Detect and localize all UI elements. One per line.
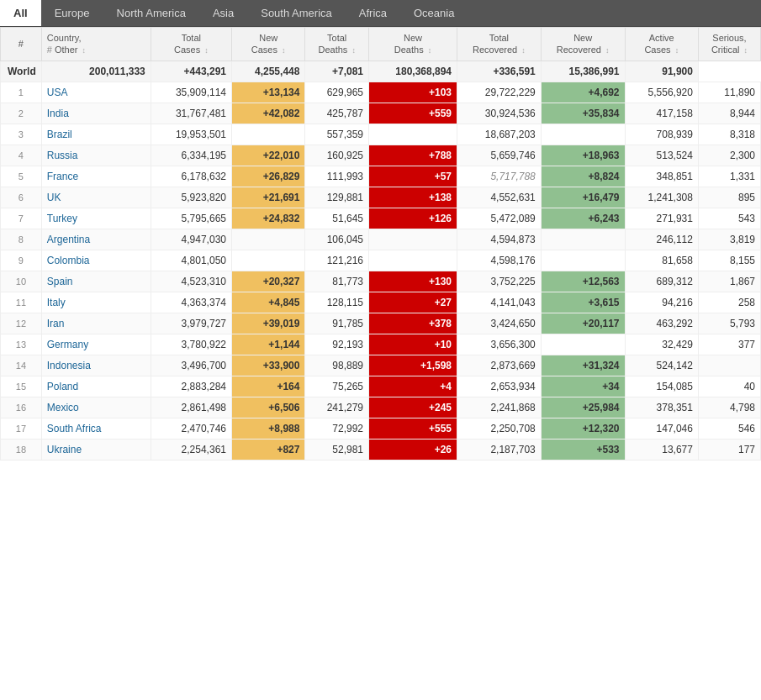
world-row: World 200,011,333 +443,291 4,255,448 +7,… [1,61,761,82]
total-recovered-cell: 30,924,536 [457,103,542,124]
country-cell: UK [41,187,151,208]
country-link[interactable]: South Africa [47,423,102,434]
serious-cell: 11,890 [698,82,760,103]
serious-cell: 1,331 [698,166,760,187]
tab-asia[interactable]: Asia [199,0,247,26]
country-cell: Spain [41,271,151,292]
active-cases-cell: 81,658 [625,250,698,271]
header-country: Country,# Other ↕ [41,28,151,61]
header-total-recovered[interactable]: TotalRecovered ↕ [457,28,542,61]
rank-cell: 10 [1,271,42,292]
serious-cell: 8,944 [698,103,760,124]
tab-africa[interactable]: Africa [346,0,400,26]
new-cases-cell: +39,019 [231,313,304,334]
table-row: 3 Brazil 19,953,501 557,359 18,687,203 7… [1,124,761,145]
table-header-row: # Country,# Other ↕ TotalCases ↕ NewCase… [1,28,761,61]
table-row: 17 South Africa 2,470,746 +8,988 72,992 … [1,418,761,439]
country-cell: Ukraine [41,439,151,460]
header-serious[interactable]: Serious,Critical ↕ [698,28,760,61]
total-cases-cell: 6,334,195 [151,145,231,166]
new-deaths-cell: +378 [369,313,457,334]
country-link[interactable]: Poland [47,381,78,392]
total-cases-cell: 19,953,501 [151,124,231,145]
rank-cell: 6 [1,187,42,208]
new-cases-cell: +1,144 [231,334,304,355]
country-cell: Russia [41,145,151,166]
new-recovered-cell: +34 [541,376,625,397]
new-recovered-cell: +6,243 [541,208,625,229]
serious-cell: 543 [698,208,760,229]
country-cell: Indonesia [41,355,151,376]
tab-oceania[interactable]: Oceania [400,0,468,26]
new-recovered-cell: +8,824 [541,166,625,187]
total-recovered-cell: 5,659,746 [457,145,542,166]
country-cell: USA [41,82,151,103]
new-cases-cell: +6,506 [231,397,304,418]
country-link[interactable]: UK [47,192,61,203]
country-link[interactable]: Indonesia [47,360,91,371]
total-recovered-cell: 3,424,650 [457,313,542,334]
header-new-recovered[interactable]: NewRecovered ↕ [541,28,625,61]
table-row: 7 Turkey 5,795,665 +24,832 51,645 +126 5… [1,208,761,229]
total-recovered-cell: 3,752,225 [457,271,542,292]
header-new-deaths[interactable]: NewDeaths ↕ [369,28,457,61]
country-link[interactable]: Russia [47,150,78,161]
new-recovered-cell [541,250,625,271]
country-cell: Brazil [41,124,151,145]
tab-europe[interactable]: Europe [41,0,103,26]
total-cases-cell: 4,363,374 [151,292,231,313]
country-link[interactable]: Italy [47,297,66,308]
table-row: 18 Ukraine 2,254,361 +827 52,981 +26 2,1… [1,439,761,460]
country-link[interactable]: Turkey [47,213,77,224]
active-cases-cell: 94,216 [625,292,698,313]
new-deaths-cell: +4 [369,376,457,397]
rank-cell: 1 [1,82,42,103]
rank-cell: 4 [1,145,42,166]
header-total-cases[interactable]: TotalCases ↕ [151,28,231,61]
header-active-cases[interactable]: ActiveCases ↕ [625,28,698,61]
table-row: 13 Germany 3,780,922 +1,144 92,193 +10 3… [1,334,761,355]
rank-cell: 9 [1,250,42,271]
rank-cell: 16 [1,397,42,418]
country-link[interactable]: Germany [47,339,88,350]
total-cases-cell: 3,780,922 [151,334,231,355]
tabs-bar: AllEuropeNorth AmericaAsiaSouth AmericaA… [0,0,761,27]
active-cases-cell: 5,556,920 [625,82,698,103]
country-link[interactable]: Brazil [47,129,72,140]
country-link[interactable]: USA [47,87,68,98]
new-cases-cell: +24,832 [231,208,304,229]
rank-cell: 5 [1,166,42,187]
rank-cell: 8 [1,229,42,250]
total-deaths-cell: 72,992 [305,418,369,439]
new-deaths-cell: +138 [369,187,457,208]
total-deaths-cell: 52,981 [305,439,369,460]
active-cases-cell: 463,292 [625,313,698,334]
new-deaths-cell: +788 [369,145,457,166]
header-total-deaths[interactable]: TotalDeaths ↕ [305,28,369,61]
country-link[interactable]: France [47,171,78,182]
country-link[interactable]: Ukraine [47,444,82,455]
total-deaths-cell: 425,787 [305,103,369,124]
country-cell: Iran [41,313,151,334]
tab-north-america[interactable]: North America [103,0,199,26]
total-recovered-cell: 3,656,300 [457,334,542,355]
new-cases-cell: +827 [231,439,304,460]
tab-south-america[interactable]: South America [247,0,346,26]
total-cases-cell: 5,923,820 [151,187,231,208]
tab-all[interactable]: All [0,0,41,26]
total-recovered-cell: 180,368,894 [369,61,457,82]
country-link[interactable]: Argentina [47,234,90,245]
country-link[interactable]: Spain [47,276,73,287]
new-cases-cell: +164 [231,376,304,397]
header-new-cases[interactable]: NewCases ↕ [231,28,304,61]
country-link[interactable]: India [47,108,69,119]
country-cell: World [1,61,42,82]
active-cases-cell: 13,677 [625,439,698,460]
table-row: 2 India 31,767,481 +42,082 425,787 +559 … [1,103,761,124]
country-link[interactable]: Iran [47,318,65,329]
country-link[interactable]: Colombia [47,255,90,266]
rank-cell: 18 [1,439,42,460]
total-deaths-cell: 111,993 [305,166,369,187]
new-cases-cell: +13,134 [231,82,304,103]
country-link[interactable]: Mexico [47,402,79,413]
